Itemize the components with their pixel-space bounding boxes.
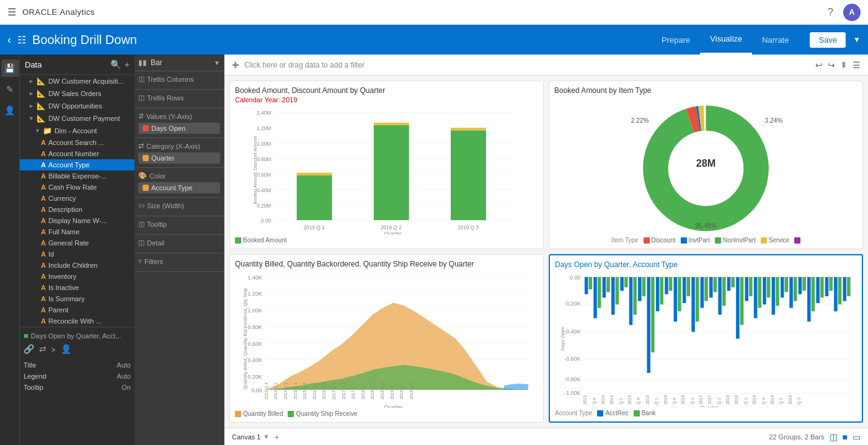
save-button[interactable]: Save xyxy=(810,32,846,48)
tree-item-dim-account[interactable]: ▼ 📁 Dim - Account xyxy=(20,125,135,137)
tree-item-dw-customer[interactable]: ► 📐 DW Customer Acquisiti... xyxy=(20,75,135,87)
svg-text:Q 3: Q 3 xyxy=(797,398,802,405)
days-open-chip[interactable]: Days Open xyxy=(138,123,220,134)
link-icon[interactable]: 🔗 xyxy=(24,344,34,355)
svg-rect-106 xyxy=(687,277,691,296)
booked-chart-legend: Booked Amount xyxy=(235,237,538,244)
tree-item-description[interactable]: A Description xyxy=(20,204,135,215)
svg-rect-96 xyxy=(642,277,646,296)
svg-rect-115 xyxy=(727,277,731,291)
svg-text:1.40K: 1.40K xyxy=(248,275,262,281)
tab-narrate[interactable]: Narrate xyxy=(752,25,799,55)
grid-icon[interactable]: ⦠ xyxy=(51,344,56,355)
add-canvas-button[interactable]: + xyxy=(274,432,279,442)
chart-fullscreen-icon[interactable]: ▭ xyxy=(852,432,861,442)
bottom-panel-icons: 🔗 ⇄ ⦠ 👤 xyxy=(24,344,131,355)
svg-text:2014: 2014 xyxy=(609,395,614,405)
tab-visualize[interactable]: Visualize xyxy=(700,25,752,55)
hamburger-menu[interactable]: ☰ xyxy=(7,6,16,18)
svg-text:0.60K: 0.60K xyxy=(248,341,262,347)
help-icon[interactable]: ? xyxy=(828,7,833,18)
tree-item-account-search[interactable]: A Account Search ... xyxy=(20,137,135,148)
svg-rect-103 xyxy=(674,277,678,322)
svg-rect-130 xyxy=(794,277,797,301)
chart-settings-icon[interactable]: ■ xyxy=(843,432,848,442)
search-icon[interactable]: 🔍 xyxy=(110,59,121,69)
donut-chart-legend: Item Type Discount InvtPart NonInvtPart xyxy=(554,237,857,244)
swap-icon[interactable]: ⇄ xyxy=(39,344,46,355)
legend-qty-ship: Quantity Ship Receive xyxy=(288,410,357,417)
tree-item-account-type[interactable]: A Account Type xyxy=(20,159,135,170)
filter-actions: ↩ ↪ ⇞ ☰ xyxy=(815,60,861,70)
header-bar: ‹ ☷ Booking Drill Down Prepare Visualize… xyxy=(0,25,868,55)
user-avatar[interactable]: A xyxy=(843,4,861,21)
person-icon[interactable]: 👤 xyxy=(61,344,71,355)
tree-item-display-name[interactable]: A Display Name W-... xyxy=(20,215,135,226)
tree-item-fullname[interactable]: A Full Name xyxy=(20,226,135,237)
chart-type-selector[interactable]: ▮▮ Bar ▼ xyxy=(135,55,224,71)
tree-item-dw-sales[interactable]: ► 📐 DW Sales Orders xyxy=(20,87,135,100)
menu-icon[interactable]: ☰ xyxy=(852,60,861,70)
svg-rect-108 xyxy=(696,277,699,322)
canvas-tab[interactable]: Canvas 1 ▼ xyxy=(232,433,269,441)
save-dropdown-arrow[interactable]: ▼ xyxy=(853,35,861,44)
svg-text:Q 1: Q 1 xyxy=(619,398,624,405)
tree-item-include-children[interactable]: A Include Children xyxy=(20,260,135,271)
svg-rect-94 xyxy=(633,277,637,315)
svg-text:0.00: 0.00 xyxy=(570,275,580,281)
tree-item-parent[interactable]: A Parent xyxy=(20,304,135,315)
chart-type-icon[interactable]: ◫ xyxy=(830,432,838,442)
undo-icon[interactable]: ↩ xyxy=(815,60,823,70)
back-button[interactable]: ‹ xyxy=(7,33,11,46)
svg-rect-112 xyxy=(714,277,717,292)
legend-discount: Discount xyxy=(644,237,676,244)
tree-item-account-number[interactable]: A Account Number xyxy=(20,148,135,159)
svg-rect-113 xyxy=(718,277,722,315)
tree-item-general-rate[interactable]: A General Rate xyxy=(20,237,135,249)
svg-text:Q 4: Q 4 xyxy=(761,398,766,405)
svg-text:1.20K: 1.20K xyxy=(248,291,262,297)
svg-text:Booked Amount, Discount Amount: Booked Amount, Discount Amount xyxy=(252,136,258,205)
tree-item-inventory[interactable]: A Inventory xyxy=(20,271,135,282)
tree-item-id[interactable]: A Id xyxy=(20,249,135,260)
svg-rect-136 xyxy=(820,277,824,297)
tree-item-billable[interactable]: A Billable Expense-... xyxy=(20,170,135,182)
tree-item-dw-payment[interactable]: ▼ 📐 DW Customer Payment xyxy=(20,112,135,125)
svg-rect-117 xyxy=(736,277,740,338)
svg-rect-102 xyxy=(669,277,673,291)
svg-rect-141 xyxy=(843,277,847,301)
svg-rect-122 xyxy=(758,277,761,308)
sidebar-icon-data[interactable]: 💾 xyxy=(1,59,19,77)
quarter-chip[interactable]: Quarter xyxy=(138,152,220,164)
grammar-trellis-cols: ◫ Trellis Columns xyxy=(135,71,224,90)
svg-rect-19 xyxy=(374,125,409,220)
booked-chart-subtitle: Calendar Year: 2019 xyxy=(235,96,538,104)
sidebar-icon-people[interactable]: 👤 xyxy=(1,102,19,119)
quantity-chart-title: Quantity Billed, Quantity Backordered, Q… xyxy=(235,260,538,268)
page-title: Booking Drill Down xyxy=(32,33,645,47)
legend-qty-billed: Quantity Billed xyxy=(235,410,283,417)
share-icon[interactable]: ⇞ xyxy=(840,60,848,70)
filter-placeholder[interactable]: Click here or drag data to add a filter xyxy=(244,61,365,69)
tree-item-is-summary[interactable]: A Is Summary xyxy=(20,293,135,304)
svg-text:2013 Q 4: 2013 Q 4 xyxy=(264,382,269,400)
svg-text:3.24%: 3.24% xyxy=(765,117,783,124)
sidebar-icon-viz[interactable]: ✎ xyxy=(1,81,19,98)
account-type-chip[interactable]: Account Type xyxy=(138,182,220,193)
svg-text:0.00: 0.00 xyxy=(261,218,271,224)
days-open-chart-body: 0.00 -0.20K -0.40K -0.60K -0.80K -1.00K … xyxy=(555,270,857,407)
tree-item-reconcile[interactable]: A Reconcile With ... xyxy=(20,315,135,327)
grammar-tooltip: ◫ Tooltip xyxy=(135,216,224,235)
tree-item-dw-opp[interactable]: ► 📐 DW Opportunities xyxy=(20,100,135,112)
tree-item-cashflow[interactable]: A Cash Flow Rate xyxy=(20,182,135,193)
tab-prepare[interactable]: Prepare xyxy=(652,25,700,55)
tree-item-currency[interactable]: A Currency xyxy=(20,193,135,204)
svg-text:2018: 2018 xyxy=(752,395,756,405)
tree-item-is-inactive[interactable]: A Is Inactive xyxy=(20,282,135,293)
svg-rect-105 xyxy=(683,277,686,303)
add-data-button[interactable]: + xyxy=(125,59,130,69)
svg-rect-93 xyxy=(629,277,633,325)
data-panel-title: Data xyxy=(25,60,42,69)
redo-icon[interactable]: ↪ xyxy=(828,60,835,70)
svg-point-31 xyxy=(670,132,743,205)
